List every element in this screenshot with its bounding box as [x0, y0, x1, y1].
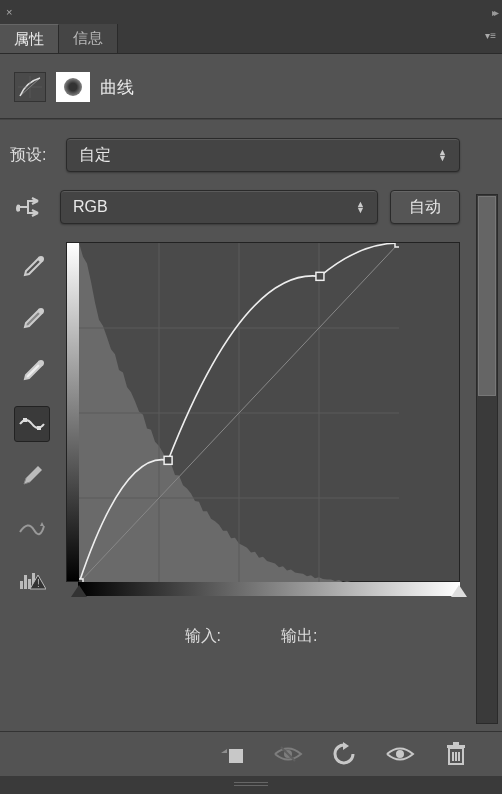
panel-body: 曲线 预设: 自定 ▲▼ RGB ▲▼ 自动 [0, 54, 502, 731]
targeted-adjust-icon[interactable] [10, 192, 48, 222]
input-label: 输入: [185, 626, 221, 647]
svg-point-3 [38, 256, 44, 262]
auto-button[interactable]: 自动 [390, 190, 460, 224]
preset-select[interactable]: 自定 ▲▼ [66, 138, 460, 172]
scrollbar-thumb[interactable] [478, 196, 496, 396]
clip-to-layer-icon[interactable] [216, 740, 248, 768]
view-previous-icon[interactable] [272, 740, 304, 768]
delete-icon[interactable] [440, 740, 472, 768]
adjustment-header: 曲线 [10, 54, 492, 118]
panel-tabbar: 属性 信息 ▾≡ [0, 24, 502, 54]
panel-footer [0, 731, 502, 776]
channel-row: RGB ▲▼ 自动 [10, 190, 492, 224]
svg-rect-6 [23, 418, 27, 422]
chevron-updown-icon: ▲▼ [356, 201, 365, 213]
curve-graph-wrap [66, 242, 460, 598]
adjustment-title: 曲线 [100, 76, 134, 99]
white-point-slider[interactable] [451, 585, 467, 597]
histogram-warn-icon[interactable]: ! [14, 562, 50, 598]
mask-icon[interactable] [56, 72, 90, 102]
tab-info[interactable]: 信息 [59, 24, 118, 53]
panel-menu-icon[interactable]: ▾≡ [485, 30, 496, 41]
eyedropper-white-icon[interactable] [14, 354, 50, 390]
curve-graph[interactable] [66, 242, 460, 582]
pencil-tool-icon[interactable] [14, 458, 50, 494]
svg-point-4 [38, 308, 44, 314]
curve-canvas[interactable] [79, 243, 399, 583]
channel-value: RGB [73, 198, 108, 216]
svg-rect-24 [229, 749, 243, 763]
panel-scrollbar[interactable] [476, 194, 498, 724]
eyedropper-black-icon[interactable] [14, 250, 50, 286]
chevron-updown-icon: ▲▼ [438, 149, 447, 161]
svg-rect-9 [24, 575, 27, 589]
curve-editor: ! [10, 242, 492, 598]
svg-rect-32 [453, 742, 459, 745]
tab-properties[interactable]: 属性 [0, 24, 59, 53]
reset-icon[interactable] [328, 740, 360, 768]
curve-point-tool-icon[interactable] [14, 406, 50, 442]
svg-rect-8 [20, 581, 23, 589]
svg-rect-21 [164, 456, 172, 464]
output-gradient [67, 243, 79, 581]
svg-point-5 [38, 360, 44, 366]
panel-titlebar: × ▸▸ [0, 0, 502, 24]
preset-value: 自定 [79, 145, 111, 166]
preset-row: 预设: 自定 ▲▼ [10, 138, 492, 172]
preset-label: 预设: [10, 145, 54, 166]
resize-grip[interactable] [0, 776, 502, 794]
svg-rect-23 [395, 243, 399, 247]
black-point-slider[interactable] [71, 585, 87, 597]
channel-select[interactable]: RGB ▲▼ [60, 190, 378, 224]
io-readout: 输入: 输出: [10, 626, 492, 647]
collapse-icon[interactable]: ▸▸ [492, 7, 496, 18]
eyedropper-gray-icon[interactable] [14, 302, 50, 338]
smooth-tool-icon[interactable] [14, 510, 50, 546]
input-gradient [78, 582, 460, 596]
grip-icon [234, 782, 268, 788]
divider [0, 118, 502, 120]
curve-toolbar: ! [10, 242, 54, 598]
curves-icon[interactable] [14, 72, 46, 102]
close-icon[interactable]: × [6, 6, 12, 18]
svg-rect-31 [447, 745, 465, 748]
svg-rect-22 [316, 272, 324, 280]
output-label: 输出: [281, 626, 317, 647]
svg-point-26 [396, 750, 404, 758]
svg-text:!: ! [37, 578, 40, 589]
svg-rect-7 [37, 426, 41, 430]
visibility-icon[interactable] [384, 740, 416, 768]
